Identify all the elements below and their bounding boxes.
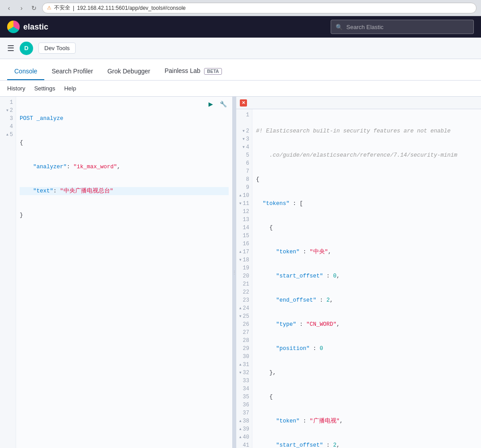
rln-32: ▼32 <box>238 369 249 377</box>
resp-line-10: }, <box>256 369 477 377</box>
main-tabs: Console Search Profiler Grok Debugger Pa… <box>0 59 481 81</box>
rln-22: 22 <box>238 288 249 296</box>
rln-3: ▼3 <box>238 135 249 143</box>
dev-tools-button[interactable]: Dev Tools <box>38 43 76 54</box>
settings-button[interactable]: 🔧 <box>218 98 229 109</box>
code-line-4: "text": "中央广播电视总台" <box>20 187 229 195</box>
run-button[interactable]: ▶ <box>205 98 216 109</box>
resp-line-5: "token" : "中央", <box>256 248 477 256</box>
rln-15: 15 <box>238 232 249 240</box>
rln-30: 30 <box>238 353 249 361</box>
secondary-nav: History Settings Help <box>0 81 481 97</box>
rln-8: 8 <box>238 175 249 183</box>
address-bar[interactable]: ⚠ 不安全 | 192.168.42.111:5601/app/dev_tool… <box>42 3 477 13</box>
rln-12: 12 <box>238 208 249 216</box>
resp-line-8: "type" : "CN_WORD", <box>256 320 477 329</box>
right-line-numbers: 1 ▼2 ▼3 ▼4 5 6 7 8 9 ▲10 ▼11 12 13 14 15… <box>236 109 252 448</box>
rln-16: 16 <box>238 240 249 248</box>
back-button[interactable]: ‹ <box>4 4 13 13</box>
resp-line-1: #! Elasticsearch built-in security featu… <box>256 127 477 135</box>
rln-4: ▼4 <box>238 143 249 151</box>
left-line-numbers: 1 ▼2 3 4 ▲5 <box>0 97 16 448</box>
resp-line-6: "start_offset" : 0, <box>256 272 477 280</box>
rln-24: ▲24 <box>238 304 249 312</box>
rln-27: 27 <box>238 329 249 337</box>
search-icon: 🔍 <box>336 24 343 30</box>
tab-console[interactable]: Console <box>7 63 44 80</box>
rln-37: 37 <box>238 409 249 417</box>
panel-splitter[interactable]: ⋮ <box>233 97 236 448</box>
rln-23: 23 <box>238 296 249 304</box>
browser-bar: ‹ › ↻ ⚠ 不安全 | 192.168.42.111:5601/app/de… <box>0 0 481 16</box>
forward-button[interactable]: › <box>17 4 26 13</box>
ln-3: 3 <box>2 115 13 123</box>
left-code-editor[interactable]: 1 ▼2 3 4 ▲5 POST _analyze { "analyzer": … <box>0 97 232 448</box>
rln-5: 5 <box>238 151 249 159</box>
tab-grok-debugger[interactable]: Grok Debugger <box>100 63 157 80</box>
elastic-logo[interactable]: elastic <box>7 21 48 33</box>
rln-2: ▼2 <box>238 127 249 135</box>
right-editor-panel: ✕ 1 ▼2 ▼3 ▼4 5 6 7 8 9 ▲10 ▼11 12 13 14 … <box>236 97 481 448</box>
right-code-content: #! Elasticsearch built-in security featu… <box>252 109 481 448</box>
rln-29: 29 <box>238 345 249 353</box>
rln-21: 21 <box>238 280 249 288</box>
rln-28: 28 <box>238 337 249 345</box>
tab-painless-lab[interactable]: Painless Lab BETA <box>157 63 230 80</box>
ln-5: ▲5 <box>2 131 13 139</box>
rln-1: 1 <box>238 111 249 119</box>
url-text: 192.168.42.111:5601/app/dev_tools#/conso… <box>77 5 186 11</box>
elastic-logo-text: elastic <box>23 22 48 32</box>
rln-40: ▲40 <box>238 433 249 441</box>
user-avatar[interactable]: D <box>20 42 33 55</box>
tab-search-profiler[interactable]: Search Profiler <box>44 63 100 80</box>
editor-layout: ▶ 🔧 1 ▼2 3 4 ▲5 POST _analyze { "analyze… <box>0 97 481 448</box>
rln-26: 26 <box>238 320 249 329</box>
rln-20: 20 <box>238 272 249 280</box>
resp-line-7: "end_offset" : 2, <box>256 296 477 304</box>
rln-25: ▼25 <box>238 312 249 320</box>
rln-19: 19 <box>238 264 249 272</box>
rln-13: 13 <box>238 216 249 224</box>
response-toolbar: ✕ <box>236 97 481 109</box>
app-bar: ☰ D Dev Tools <box>0 38 481 59</box>
global-search[interactable]: 🔍 Search Elastic <box>331 20 474 34</box>
rln-18: ▼18 <box>238 256 249 264</box>
top-nav: elastic 🔍 Search Elastic <box>0 16 481 38</box>
code-line-2: { <box>20 139 229 147</box>
beta-badge: BETA <box>204 68 222 75</box>
resp-line-12: "token" : "广播电视", <box>256 417 477 425</box>
reload-button[interactable]: ↻ <box>30 4 38 13</box>
ln-1: 1 <box>2 98 13 107</box>
ln-4: 4 <box>2 123 13 131</box>
nav-history[interactable]: History <box>7 85 25 92</box>
rln-39: ▲39 <box>238 425 249 433</box>
resp-line-9: "position" : 0 <box>256 345 477 353</box>
rln-cont <box>238 119 249 127</box>
right-code-editor[interactable]: 1 ▼2 ▼3 ▼4 5 6 7 8 9 ▲10 ▼11 12 13 14 15… <box>236 109 481 448</box>
address-separator: | <box>73 5 74 11</box>
rln-6: 6 <box>238 159 249 167</box>
resp-line-1b: .co/guide/en/elasticsearch/reference/7.1… <box>256 151 477 159</box>
resp-line-4: { <box>256 224 477 232</box>
rln-38: ▲38 <box>238 417 249 425</box>
rln-33: 33 <box>238 377 249 385</box>
rln-10: ▲10 <box>238 192 249 200</box>
rln-35: 35 <box>238 393 249 401</box>
close-response-button[interactable]: ✕ <box>240 99 247 107</box>
code-line-3: "analyzer": "ik_max_word", <box>20 163 229 171</box>
nav-help[interactable]: Help <box>64 85 76 92</box>
editor-toolbar: ▶ 🔧 <box>205 98 229 109</box>
code-line-5: } <box>20 211 229 219</box>
security-warning-icon: ⚠ <box>47 5 51 11</box>
elastic-logo-icon <box>7 21 20 33</box>
search-placeholder: Search Elastic <box>346 24 383 30</box>
resp-line-2: { <box>256 175 477 183</box>
ln-2: ▼2 <box>2 107 13 115</box>
left-editor-panel: ▶ 🔧 1 ▼2 3 4 ▲5 POST _analyze { "analyze… <box>0 97 233 448</box>
resp-line-11: { <box>256 393 477 401</box>
left-code-content[interactable]: POST _analyze { "analyzer": "ik_max_word… <box>16 97 232 448</box>
nav-settings[interactable]: Settings <box>34 85 55 92</box>
rln-36: 36 <box>238 401 249 409</box>
code-line-1: POST _analyze <box>20 115 229 123</box>
hamburger-menu[interactable]: ☰ <box>7 43 14 53</box>
